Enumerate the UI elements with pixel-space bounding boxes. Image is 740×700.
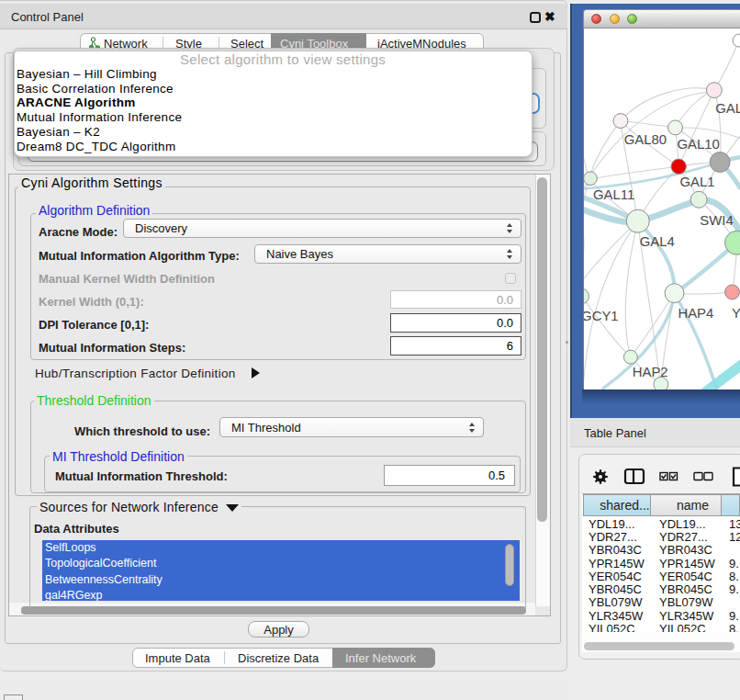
svg-text:Y: Y	[732, 306, 740, 321]
svg-text:GAL4: GAL4	[640, 234, 675, 249]
svg-text:GAL7: GAL7	[715, 101, 740, 116]
svg-text:HAP2: HAP2	[633, 365, 668, 379]
svg-text:GCY1: GCY1	[583, 309, 619, 323]
svg-text:GAL10: GAL10	[677, 137, 719, 152]
svg-text:GAL11: GAL11	[593, 187, 634, 202]
svg-text:GAL80: GAL80	[624, 132, 667, 147]
svg-text:SWI4: SWI4	[700, 213, 733, 228]
svg-text:HAP4: HAP4	[678, 306, 713, 321]
svg-text:GAL1: GAL1	[679, 175, 714, 189]
